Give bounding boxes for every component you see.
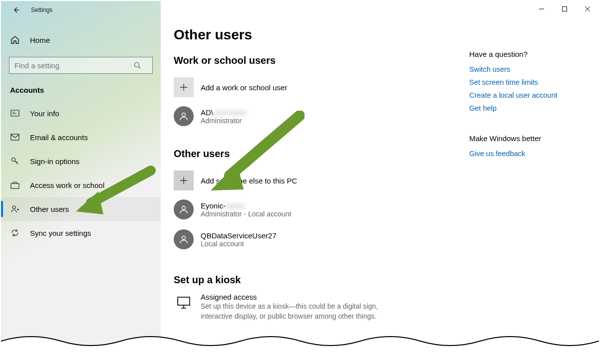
svg-point-9	[182, 236, 186, 240]
help-link-get-help[interactable]: Get help	[469, 104, 579, 112]
home-icon	[10, 35, 20, 44]
sidebar-item-label: Sign-in options	[30, 157, 79, 166]
mail-icon	[10, 134, 20, 141]
help-column: Have a question? Switch users Set screen…	[469, 50, 579, 163]
svg-point-5	[12, 206, 15, 209]
svg-point-3	[12, 158, 15, 162]
close-button[interactable]	[576, 1, 599, 17]
svg-rect-1	[11, 110, 19, 116]
svg-point-7	[182, 113, 186, 117]
kiosk-assigned-access-button[interactable]: Assigned access Set up this device as a …	[174, 293, 586, 322]
back-button[interactable]	[10, 4, 22, 16]
arrow-left-icon	[12, 6, 20, 14]
help-link-screen-time[interactable]: Set screen time limits	[469, 78, 579, 86]
user-text: Eyonic-name Administrator - Local accoun…	[201, 201, 291, 218]
sidebar-item-label: Your info	[30, 109, 59, 118]
search-wrap	[9, 57, 153, 74]
svg-rect-4	[11, 183, 19, 188]
monitor-icon	[174, 293, 194, 313]
sidebar-item-label: Email & accounts	[30, 133, 88, 142]
avatar-icon	[174, 199, 194, 219]
card-icon	[10, 110, 20, 117]
sync-icon	[10, 228, 20, 237]
search-icon	[134, 62, 141, 69]
minimize-icon	[539, 6, 544, 11]
svg-rect-6	[563, 7, 567, 11]
sidebar-item-label: Access work or school	[30, 181, 104, 189]
help-link-feedback[interactable]: Give us feedback	[469, 150, 579, 158]
sidebar-item-your-info[interactable]: Your info	[1, 101, 161, 125]
sidebar-item-other-users[interactable]: Other users	[1, 197, 161, 221]
better-heading: Make Windows better	[469, 134, 579, 143]
minimize-button[interactable]	[530, 1, 553, 17]
avatar-icon	[174, 106, 194, 126]
sidebar-item-email[interactable]: Email & accounts	[1, 125, 161, 149]
search-input[interactable]	[9, 57, 153, 74]
add-other-user-label: Add someone else to this PC	[201, 177, 297, 185]
titlebar-left: Settings	[1, 1, 161, 19]
add-work-user-label: Add a work or school user	[201, 83, 287, 92]
plus-icon	[174, 171, 194, 190]
main-content: Other users Work or school users Add a w…	[161, 1, 599, 350]
svg-point-8	[182, 206, 186, 210]
maximize-button[interactable]	[553, 1, 576, 17]
window-title: Settings	[31, 6, 52, 13]
wave-decoration	[1, 332, 599, 350]
redacted-text: username	[213, 108, 247, 117]
help-heading: Have a question?	[469, 50, 579, 58]
svg-point-0	[135, 63, 139, 67]
settings-window: Settings Home Accounts Your info E	[1, 1, 599, 350]
sidebar-item-signin[interactable]: Sign-in options	[1, 149, 161, 173]
other-user-row[interactable]: QBDataServiceUser27 Local account	[174, 224, 586, 254]
redacted-text: name	[226, 201, 245, 210]
help-link-switch-users[interactable]: Switch users	[469, 65, 579, 73]
briefcase-icon	[10, 181, 20, 189]
help-link-create-local-user[interactable]: Create a local user account	[469, 91, 579, 99]
user-text: AD\username Administrator	[201, 108, 247, 125]
avatar-icon	[174, 229, 194, 249]
section-heading-kiosk: Set up a kiosk	[174, 274, 586, 286]
sidebar-item-work[interactable]: Access work or school	[1, 173, 161, 197]
kiosk-text: Assigned access Set up this device as a …	[201, 293, 410, 322]
key-icon	[10, 157, 20, 166]
close-icon	[585, 6, 590, 11]
svg-rect-2	[11, 134, 19, 140]
window-controls	[530, 1, 599, 17]
other-user-row[interactable]: Eyonic-name Administrator - Local accoun…	[174, 194, 586, 224]
maximize-icon	[562, 6, 567, 11]
add-other-user-button[interactable]: Add someone else to this PC	[174, 167, 586, 194]
person-plus-icon	[10, 204, 20, 213]
sidebar-home-label: Home	[30, 36, 50, 44]
sidebar-section-label: Accounts	[1, 83, 161, 101]
sidebar-item-label: Other users	[30, 205, 69, 213]
svg-rect-10	[178, 297, 190, 305]
plus-icon	[174, 77, 194, 97]
page-title: Other users	[174, 27, 586, 43]
user-text: QBDataServiceUser27 Local account	[201, 231, 277, 248]
sidebar-item-sync[interactable]: Sync your settings	[1, 221, 161, 245]
sidebar-item-label: Sync your settings	[30, 229, 91, 237]
sidebar: Settings Home Accounts Your info E	[1, 1, 161, 350]
sidebar-home[interactable]: Home	[1, 28, 161, 52]
